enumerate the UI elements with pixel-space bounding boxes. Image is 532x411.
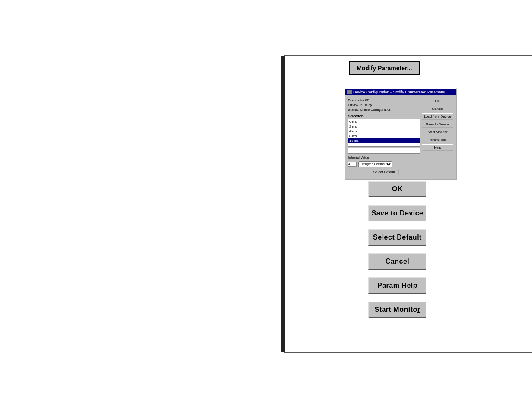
hr-top <box>284 27 532 27</box>
hr-mid <box>284 55 532 56</box>
empty-box <box>348 148 420 154</box>
internal-value-input[interactable] <box>348 162 357 167</box>
select-default-large-button[interactable]: Select Default <box>368 229 426 246</box>
large-button-group: OK Save to Device Select Default Cancel … <box>368 181 426 318</box>
display-format-dropdown[interactable]: Unsigned Decimal <box>358 161 392 167</box>
selection-label: Selection <box>348 114 420 118</box>
save-to-device-label: Save to Device <box>372 209 423 217</box>
dialog-select-default-button[interactable]: Select Default <box>370 169 399 175</box>
list-item-2ms[interactable]: 2 ms <box>348 124 420 129</box>
list-item-0ms[interactable]: 0 ms <box>348 119 420 124</box>
selection-listbox[interactable]: 0 ms 2 ms 4 ms 8 ms 16 ms <box>348 119 420 147</box>
start-monitor-large-button[interactable]: Start Monitor <box>368 302 426 318</box>
hr-bottom <box>284 352 532 353</box>
dialog-title-icon <box>347 90 352 94</box>
dialog-help-button[interactable]: Help <box>422 144 453 151</box>
dialog-load-from-device-button[interactable]: Load from Device <box>422 113 453 120</box>
list-item-8ms[interactable]: 8 ms <box>348 134 420 138</box>
param-number: Parameter 02 <box>348 98 420 103</box>
list-item-4ms[interactable]: 4 ms <box>348 129 420 134</box>
param-help-large-button[interactable]: Param Help <box>368 277 426 294</box>
start-monitor-label: Start Monitor <box>374 306 420 314</box>
ok-large-button[interactable]: OK <box>368 181 426 197</box>
dialog-cancel-button[interactable]: Cancel <box>422 106 453 112</box>
list-item-16ms[interactable]: 16 ms <box>348 138 420 143</box>
internal-value-label: Internal Value <box>348 156 369 159</box>
select-default-label: Select Default <box>373 234 422 241</box>
dialog-start-monitor-button[interactable]: Start Monitor <box>422 129 453 135</box>
param-status: Status: Online Configuration <box>348 107 420 112</box>
dialog-window: Device Configuration - Modify Enumerated… <box>345 88 457 180</box>
dialog-ok-button[interactable]: OK <box>422 98 453 104</box>
cancel-large-button[interactable]: Cancel <box>368 253 426 270</box>
left-bar <box>281 56 285 352</box>
dialog-save-to-device-button[interactable]: Save to Device <box>422 121 453 128</box>
dialog-title-text: Device Configuration - Modify Enumerated… <box>353 90 445 94</box>
dialog-param-info: Parameter 02 Off-to-On Delay Status: Onl… <box>348 98 420 112</box>
dialog-titlebar: Device Configuration - Modify Enumerated… <box>345 89 456 95</box>
save-to-device-large-button[interactable]: Save to Device <box>368 205 426 221</box>
modify-parameter-button[interactable]: Modify Parameter... <box>349 61 420 75</box>
param-name: Off-to-On Delay <box>348 103 420 107</box>
dialog-param-help-button[interactable]: Param Help <box>422 137 453 143</box>
